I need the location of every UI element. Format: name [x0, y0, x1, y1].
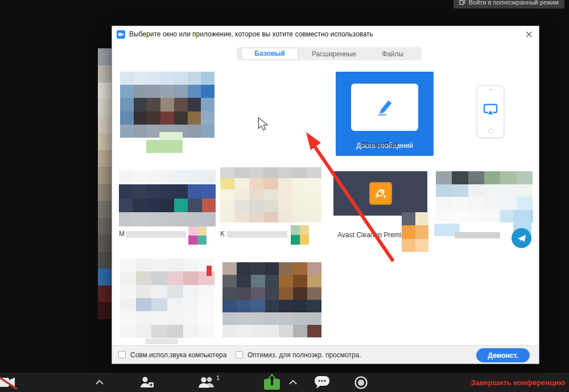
dialog-footer: Совм.испол.звука компьютера Оптимиз. для… — [112, 345, 539, 364]
invite-icon[interactable] — [139, 376, 155, 389]
record-icon[interactable] — [353, 375, 369, 390]
share-option-photo-thumbnail[interactable] — [222, 262, 321, 337]
phone-home-button — [488, 129, 493, 134]
participants-icon[interactable] — [198, 376, 216, 389]
fullscreen-banner-label: Войти в полноэкранный режим — [469, 0, 559, 6]
end-meeting-button[interactable]: Завершить конференцию — [471, 373, 565, 392]
fullscreen-banner[interactable]: Войти в полноэкранный режим — [453, 0, 564, 9]
window1-label: M — [119, 230, 125, 238]
airplay-icon — [483, 104, 498, 118]
avast-logo — [369, 182, 392, 205]
telegram-icon — [512, 228, 531, 248]
share-button[interactable]: Демонст. — [476, 348, 530, 362]
window2-label: K — [220, 230, 225, 238]
participants-count: 1 — [216, 374, 220, 381]
share-option-window2-thumbnail[interactable] — [220, 167, 321, 222]
telegram-label-redacted — [455, 232, 500, 238]
fullscreen-icon — [459, 0, 465, 6]
share-sound-label: Совм.испол.звука компьютера — [130, 351, 226, 359]
dialog-titlebar: Выберите окно или приложение, которое вы… — [112, 26, 539, 42]
document-red-pixel — [207, 266, 212, 276]
meeting-toolbar: 1 Завершить конференцию — [0, 373, 569, 392]
share-option-iphone[interactable] — [477, 85, 504, 138]
optimize-checkbox[interactable] — [236, 351, 243, 358]
whiteboard-preview — [351, 84, 418, 131]
dialog-title: Выберите окно или приложение, которое вы… — [129, 30, 373, 38]
video-off-icon[interactable] — [0, 375, 20, 390]
tab-basic[interactable]: Базовый — [241, 48, 298, 60]
window2-app-icon-pixelated — [291, 225, 309, 245]
share-options-chevron-icon[interactable] — [289, 380, 297, 385]
optimize-label: Оптимиз. для полноэкр. просмотра. — [248, 351, 361, 359]
screen-label-redacted — [146, 140, 183, 153]
window1-app-icon-pixelated — [188, 226, 207, 245]
pencil-icon — [374, 96, 395, 119]
screen: Войти в полноэкранный режим Выберите окн… — [0, 0, 569, 392]
share-dialog: Выберите окно или приложение, которое вы… — [112, 26, 539, 364]
window1-label-redacted — [126, 231, 186, 238]
share-option-window1-thumbnail[interactable] — [119, 170, 216, 226]
share-option-screen-thumbnail[interactable] — [120, 72, 215, 138]
video-options-chevron-icon[interactable] — [96, 380, 104, 385]
share-option-avast-thumbnail[interactable] — [333, 171, 427, 216]
share-screen-icon[interactable] — [263, 374, 281, 391]
avast-pixelated-blob — [402, 212, 428, 252]
tab-advanced[interactable]: Расширенные — [298, 50, 370, 58]
window2-label-redacted — [227, 231, 287, 238]
iphone-label: iPhone/iPad — [342, 141, 416, 149]
close-icon[interactable] — [523, 28, 534, 40]
chat-icon[interactable] — [314, 375, 331, 390]
share-option-document-thumbnail[interactable] — [120, 258, 215, 338]
phone-speaker — [489, 89, 492, 90]
document-label-redacted — [145, 339, 178, 344]
tab-files[interactable]: Файлы — [370, 50, 415, 58]
avast-label: Avast Cleanup Premium — [337, 231, 411, 239]
tab-bar: Базовый Расширенные Файлы — [237, 47, 422, 60]
screen-label-redacted — [159, 132, 183, 140]
zoom-camera-icon — [117, 30, 125, 39]
meeting-video-strip — [98, 48, 112, 319]
share-sound-checkbox[interactable] — [118, 351, 126, 358]
